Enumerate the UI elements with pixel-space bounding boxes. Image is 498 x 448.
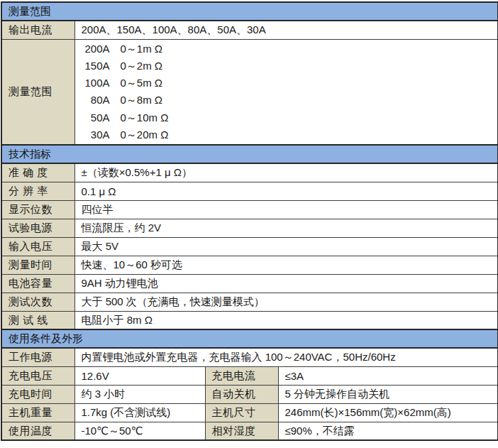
range-ohms: 0～20m Ω [121,129,169,141]
row-label-measure-range: 测量范围 [1,39,74,145]
range-ohms: 0～8m Ω [121,94,163,106]
row-value-input-voltage: 最大 5V [74,237,498,256]
range-line: 100A0～5m Ω [82,75,492,92]
row-value-test-count: 大于 500 次（充满电，快速测量模式） [74,293,498,311]
row-value-host-weight: 1.7kg (不含测试线) [74,403,205,422]
row-label-input-voltage: 输入电压 [1,237,74,256]
range-line: 150A0～2m Ω [82,58,492,75]
table-row: 工作电源 内置锂电池或外置充电器，充电器输入 100～240VAC，50Hz/6… [1,348,498,366]
range-current: 80A [82,92,110,109]
range-line: 30A0～20m Ω [82,126,492,143]
row-value-relative-humidity: ≤90%，不结露 [278,422,498,440]
spec-sheet-page: 测量范围 输出电流 200A、150A、100A、80A、50A、30A 测量范… [0,0,498,448]
row-value-charge-current: ≤3A [278,366,498,385]
table-row: 显示位数 四位半 [1,200,498,219]
row-label-accuracy: 准 确 度 [1,163,74,182]
row-value-host-size: 246mm(长)×156mm(宽)×62mm(高) [278,403,498,422]
row-label-test-leads: 测 试 线 [1,311,74,329]
section-header-usage-conditions: 使用条件及外形 [1,329,498,348]
row-value-test-leads: 电阻小于 8m Ω [74,311,498,329]
section-measure-range: 测量范围 [1,2,498,21]
table-row: 测 试 线 电阻小于 8m Ω [1,311,498,329]
section-header-measure-range: 测量范围 [1,2,498,21]
section-usage-conditions: 使用条件及外形 [1,329,498,348]
row-value-accuracy: ±（读数×0.5%+1 μ Ω） [74,163,498,182]
row-value-measure-time: 快速、10～60 秒可选 [74,256,498,274]
row-value-charge-voltage: 12.6V [74,366,205,385]
row-value-display-digits: 四位半 [74,200,498,219]
row-value-resolution: 0.1 μ Ω [74,182,498,200]
table-row: 充电时间 约 3 小时 自动关机 5 分钟无操作自动关机 [1,385,498,403]
row-label-test-power: 试验电源 [1,219,74,237]
table-row: 分 辨 率 0.1 μ Ω [1,182,498,200]
row-label-charge-time: 充电时间 [1,385,74,403]
row-label-test-count: 测试次数 [1,293,74,311]
row-label-display-digits: 显示位数 [1,200,74,219]
table-row: 使用温度 -10℃～50℃ 相对湿度 ≤90%，不结露 [1,422,498,440]
range-current: 200A [82,40,110,58]
row-label-relative-humidity: 相对湿度 [205,422,278,440]
table-row: 输出电流 200A、150A、100A、80A、50A、30A [1,21,498,39]
row-label-working-power: 工作电源 [1,348,74,366]
row-value-measure-range: 200A0～1m Ω 150A0～2m Ω 100A0～5m Ω 80A0～8m… [74,39,498,145]
table-row: 电池容量 9AH 动力锂电池 [1,274,498,293]
row-label-auto-shutdown: 自动关机 [205,385,278,403]
range-ohms: 0～10m Ω [121,111,169,124]
range-ohms: 0～5m Ω [121,77,163,89]
row-value-charge-time: 约 3 小时 [74,385,205,403]
row-value-output-current: 200A、150A、100A、80A、50A、30A [74,21,498,39]
row-label-host-size: 主机尺寸 [205,403,278,422]
range-current: 150A [82,58,110,75]
table-row: 测试次数 大于 500 次（充满电，快速测量模式） [1,293,498,311]
row-value-auto-shutdown: 5 分钟无操作自动关机 [278,385,498,403]
row-label-charge-current: 充电电流 [205,366,278,385]
table-row: 试验电源 恒流限压，约 2V [1,219,498,237]
spec-table: 测量范围 输出电流 200A、150A、100A、80A、50A、30A 测量范… [1,1,498,441]
section-tech-specs: 技术指标 [1,145,498,163]
range-line: 200A0～1m Ω [82,40,492,58]
range-line: 80A0～8m Ω [82,92,492,109]
row-label-operating-temp: 使用温度 [1,422,74,440]
range-ohms: 0～1m Ω [121,43,163,55]
table-row: 测量时间 快速、10～60 秒可选 [1,256,498,274]
row-value-operating-temp: -10℃～50℃ [74,422,205,440]
row-value-working-power: 内置锂电池或外置充电器，充电器输入 100～240VAC，50Hz/60Hz [74,348,498,366]
row-label-resolution: 分 辨 率 [1,182,74,200]
row-label-measure-time: 测量时间 [1,256,74,274]
row-label-battery-capacity: 电池容量 [1,274,74,293]
section-header-tech-specs: 技术指标 [1,145,498,163]
range-current: 50A [82,109,110,126]
range-current: 100A [82,75,110,92]
range-current: 30A [82,126,110,143]
range-line: 50A0～10m Ω [82,109,492,126]
table-row: 输入电压 最大 5V [1,237,498,256]
row-value-battery-capacity: 9AH 动力锂电池 [74,274,498,293]
row-label-host-weight: 主机重量 [1,403,74,422]
row-value-test-power: 恒流限压，约 2V [74,219,498,237]
table-row: 主机重量 1.7kg (不含测试线) 主机尺寸 246mm(长)×156mm(宽… [1,403,498,422]
table-row: 准 确 度 ±（读数×0.5%+1 μ Ω） [1,163,498,182]
table-row: 测量范围 200A0～1m Ω 150A0～2m Ω 100A0～5m Ω 80… [1,39,498,145]
range-ohms: 0～2m Ω [121,60,163,72]
row-label-output-current: 输出电流 [1,21,74,39]
table-row: 充电电压 12.6V 充电电流 ≤3A [1,366,498,385]
row-label-charge-voltage: 充电电压 [1,366,74,385]
